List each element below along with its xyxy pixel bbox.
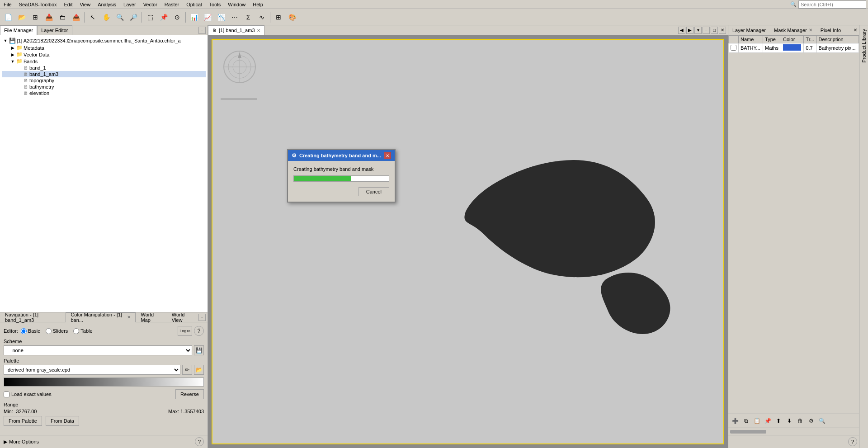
canvas-minimize-button[interactable]: − [703,27,710,34]
col-color[interactable]: Color [781,36,804,43]
line-chart-button[interactable]: 📉 [215,11,227,24]
from-data-button[interactable]: From Data [46,416,79,426]
tree-elevation[interactable]: 🗎 elevation [2,90,206,96]
color-tab-close-icon[interactable]: ✕ [127,315,131,320]
tree-vector-data[interactable]: ▶ 📁 Vector Data [2,51,206,58]
progress-dialog[interactable]: ⚙ Creating bathymetry band and m... ✕ Cr… [287,149,396,203]
grid-button[interactable]: ⊞ [29,11,42,24]
tab-world-map[interactable]: World Map [136,312,166,322]
menu-file[interactable]: File [2,2,14,7]
tree-band1[interactable]: 🗎 band_1 [2,65,206,71]
layer-properties-button[interactable]: ⚙ [806,416,816,426]
menu-view[interactable]: View [78,2,92,7]
canvas-nav-down[interactable]: ▾ [694,27,702,34]
menu-help[interactable]: Help [251,2,265,7]
radio-sliders-input[interactable] [46,328,52,334]
bottom-help-button[interactable]: ? [195,437,204,446]
tab-layer-editor[interactable]: Layer Editor [37,25,72,35]
load-exact-values-checkbox[interactable] [4,391,9,397]
sigma-button[interactable]: Σ [242,11,255,24]
menu-vector[interactable]: Vector [142,2,159,7]
zoom-in-button[interactable]: 🔍 [113,11,126,24]
radio-table[interactable]: Table [73,328,92,334]
from-palette-button[interactable]: From Palette [4,416,42,426]
col-name[interactable]: Name [739,36,763,43]
menu-window[interactable]: Window [226,2,247,7]
col-tr[interactable]: Tr... [804,36,816,43]
help-button[interactable]: ? [194,326,204,336]
tree-bathymetry[interactable]: 🗎 bathymetry [2,84,206,90]
palette-dropdown[interactable]: derived from gray_scale.cpd [4,365,180,375]
search-input[interactable] [798,0,866,9]
copy-layer-button[interactable]: 📋 [752,416,762,426]
new-button[interactable]: 📄 [2,11,14,24]
hand-button[interactable]: ✋ [100,11,113,24]
tab-pixel-info[interactable]: Pixel Info [816,25,845,35]
delete-layer-button[interactable]: 🗑 [795,416,805,426]
canvas-nav-left[interactable]: ◀ [678,27,685,34]
col-description[interactable]: Description [816,36,859,43]
menu-layer[interactable]: Layer [122,2,138,7]
palette-edit-button[interactable]: ✏ [182,365,192,375]
panel-minimize-button[interactable]: − [198,27,206,34]
dialog-close-button[interactable]: ✕ [384,152,391,159]
tree-root[interactable]: ▼ 💾 [1] A20221822022334.l2mapcomposite.s… [2,37,206,44]
bottom-panel-minimize-button[interactable]: − [198,314,206,321]
radio-sliders[interactable]: Sliders [46,328,68,334]
layer-checkbox[interactable] [731,45,736,51]
circle-button[interactable]: ⊙ [171,11,184,24]
more-options-row[interactable]: ▶ More Options ? [0,435,208,448]
analysis-button[interactable]: ⊞ [272,11,285,24]
open-button[interactable]: 📂 [15,11,28,24]
cursor-button[interactable]: ↖ [86,11,99,24]
folder2-button[interactable]: 🗀 [56,11,69,24]
right-help-button[interactable]: ? [848,437,857,446]
canvas-nav-right[interactable]: ▶ [686,27,693,34]
export-button[interactable]: 📤 [70,11,82,24]
right-panel-close-button[interactable]: ✕ [852,27,859,34]
col-type[interactable]: Type [763,36,781,43]
menu-raster[interactable]: Raster [163,2,181,7]
log10-button[interactable]: Log10 [178,326,192,336]
menu-tools[interactable]: Tools [207,2,222,7]
duplicate-layer-button[interactable]: ⧉ [741,416,751,426]
mask-manager-close-icon[interactable]: ✕ [809,28,812,33]
scatter-button[interactable]: ⋯ [228,11,241,24]
tab-mask-manager[interactable]: Mask Manager ✕ [770,25,816,35]
bar-chart-button[interactable]: 📊 [188,11,200,24]
tab-world-view[interactable]: World View [167,312,198,322]
radio-basic-input[interactable] [21,328,27,334]
row-checkbox-cell[interactable] [729,43,739,53]
tab-file-manager[interactable]: File Manager [0,25,37,35]
menu-optical[interactable]: Optical [184,2,203,7]
tree-bands[interactable]: ▼ 📁 Bands [2,58,206,65]
canvas-maximize-button[interactable]: □ [711,27,718,34]
table-row[interactable]: BATHY... Maths 0.7 Bathymetry pix... [729,43,859,53]
palette-import-button[interactable]: 📂 [194,365,204,375]
reverse-button[interactable]: Reverse [175,389,204,399]
select-button[interactable]: ⬚ [144,11,156,24]
bar-chart2-button[interactable]: 📈 [201,11,214,24]
menu-analysis[interactable]: Analysis [96,2,118,7]
scheme-dropdown[interactable]: -- none -- [4,345,192,355]
add-layer-button[interactable]: ➕ [730,416,740,426]
tree-topography[interactable]: 🗎 topography [2,77,206,84]
scheme-save-button[interactable]: 💾 [194,345,204,355]
import-button[interactable]: 📥 [42,11,55,24]
tab-color-manipulation[interactable]: Color Manipulation - [1] ban... ✕ [66,312,136,322]
radio-table-input[interactable] [73,328,79,334]
paste-layer-button[interactable]: 📌 [763,416,773,426]
zoom-out-button[interactable]: 🔎 [127,11,140,24]
radio-basic[interactable]: Basic [21,328,40,334]
menu-seadas[interactable]: SeaDAS-Toolbox [17,2,59,7]
canvas-tab[interactable]: 🗎 [1] band_1_am3 ✕ [208,25,264,35]
product-library-sidebar[interactable]: Product Library [859,25,868,448]
zoom-to-layer-button[interactable]: 🔍 [817,416,827,426]
scroll-thumb[interactable] [730,430,766,434]
cancel-button[interactable]: Cancel [359,187,389,196]
tab-navigation[interactable]: Navigation - [1] band_1_am3 [0,312,66,322]
tree-metadata[interactable]: ▶ 📁 Metadata [2,44,206,51]
move-down-button[interactable]: ⬇ [784,416,794,426]
canvas-tab-close-icon[interactable]: ✕ [257,28,260,33]
colors-button[interactable]: 🎨 [286,11,298,24]
